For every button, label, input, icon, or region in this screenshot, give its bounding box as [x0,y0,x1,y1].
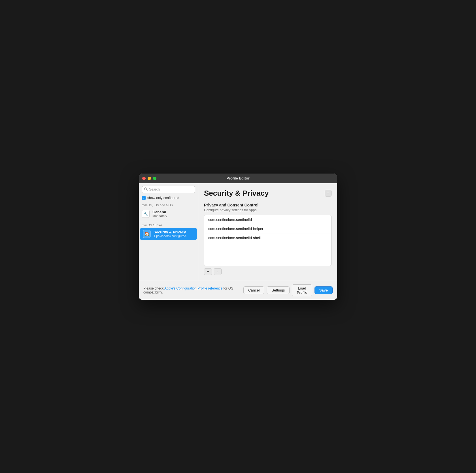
window-footer: Please check Apple's Configuration Profi… [139,281,337,300]
window-title: Profile Editor [226,176,250,180]
footer-text: Please check Apple's Configuration Profi… [143,286,243,294]
security-privacy-item-text: Security & Privacy 1 payload(s) configur… [154,230,187,238]
minus-icon: − [327,191,329,196]
footer-text-before: Please check [143,286,164,290]
traffic-lights [142,177,156,180]
section-header-macos1014: macOS 10.14+ [139,222,198,228]
section-divider [139,221,198,221]
general-subtitle: Mandatory [152,214,167,218]
sidebar-item-general[interactable]: 🔧 General Mandatory [139,208,198,220]
main-header: Security & Privacy − [204,189,332,198]
security-privacy-title: Security & Privacy [154,230,187,234]
section-header-macos-ios: macOS, iOS and tvOS [139,202,198,208]
main-content: Security & Privacy − Privacy and Consent… [198,183,337,281]
titlebar: Profile Editor [139,174,337,183]
bundle-item-0[interactable]: com.sentinelone.sentinelId [204,215,331,224]
bundle-item-1[interactable]: com.sentinelone.sentinelId-helper [204,224,331,233]
save-button[interactable]: Save [314,286,333,294]
apple-config-link[interactable]: Apple's Configuration Profile reference [164,286,222,290]
add-bundle-button[interactable]: + [204,268,212,275]
search-icon [144,187,148,192]
maximize-button[interactable] [153,177,156,180]
show-only-row: show only configured [139,195,198,202]
sidebar-item-security-privacy[interactable]: 🏠 Security & Privacy 1 payload(s) config… [140,228,197,240]
footer-buttons: Cancel Settings Load Profile Save [243,284,333,296]
top-remove-button[interactable]: − [325,190,332,197]
general-title: General [152,210,167,214]
profile-editor-window: Profile Editor show only configured [139,174,337,300]
security-privacy-subtitle: 1 payload(s) configured. [154,234,187,238]
minimize-button[interactable] [148,177,151,180]
settings-button[interactable]: Settings [267,286,290,294]
cancel-button[interactable]: Cancel [243,286,264,294]
bundle-list: com.sentinelone.sentinelId com.sentinelo… [204,215,332,266]
bundle-item-2[interactable]: com.sentinelone.sentinelId-shell [204,233,331,242]
page-title: Security & Privacy [204,189,269,198]
sidebar: show only configured macOS, iOS and tvOS… [139,183,198,281]
close-button[interactable] [142,177,146,180]
security-privacy-icon: 🏠 [143,230,151,238]
remove-bundle-button[interactable]: - [214,268,222,275]
window-body: show only configured macOS, iOS and tvOS… [139,183,337,281]
show-only-label: show only configured [147,196,179,200]
action-buttons-row: + - [204,268,332,275]
privacy-section-subtitle: Configure privacy settings for Apps [204,208,332,212]
general-icon: 🔧 [142,210,150,218]
search-container [139,183,198,195]
load-profile-button[interactable]: Load Profile [292,284,312,296]
svg-line-1 [146,190,147,191]
privacy-section-title: Privacy and Consent Control [204,203,332,207]
privacy-section: Privacy and Consent Control Configure pr… [204,203,332,275]
general-item-text: General Mandatory [152,210,167,218]
show-only-checkbox[interactable] [142,196,146,200]
search-input[interactable] [149,187,193,191]
search-box [142,186,195,193]
